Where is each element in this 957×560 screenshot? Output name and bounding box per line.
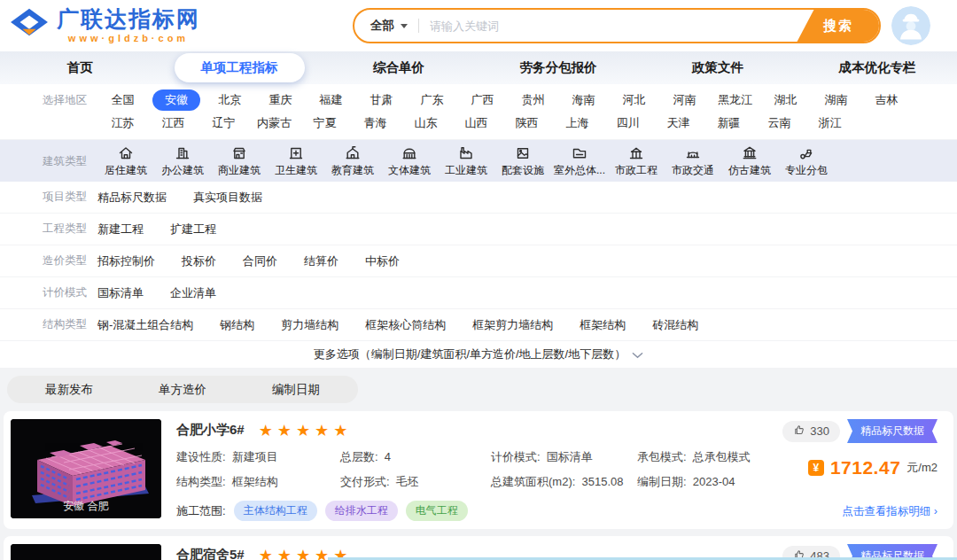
filter-option[interactable]: 真实项目数据 (193, 190, 262, 206)
region-item[interactable]: 山西 (451, 115, 502, 131)
filter-option[interactable]: 剪力墙结构 (281, 317, 338, 333)
building-type-item[interactable]: 卫生建筑 (268, 144, 324, 178)
result-title[interactable]: 合肥小学6# (176, 422, 245, 439)
region-item[interactable]: 黑龙江 (710, 92, 760, 108)
filter-option[interactable]: 招标控制价 (97, 253, 155, 269)
filter-option[interactable]: 企业清单 (170, 285, 216, 301)
user-avatar[interactable] (891, 6, 930, 45)
region-item[interactable]: 北京 (205, 92, 255, 108)
nav-tab[interactable]: 综合单价 (319, 59, 478, 76)
region-item[interactable]: 上海 (552, 115, 603, 131)
building-type-label: 室外总体... (551, 163, 608, 178)
more-options-toggle[interactable]: 更多选项（编制日期/建筑面积/单方造价/地上层数/地下层数） (0, 341, 957, 368)
nav-tab[interactable]: 单项工程指标 (160, 53, 319, 82)
filter-option[interactable]: 扩建工程 (170, 222, 216, 237)
site-logo[interactable]: 广联达指标网 www·gldzb·com (9, 6, 353, 45)
region-item[interactable]: 江西 (148, 115, 198, 131)
region-item[interactable]: 湖南 (811, 92, 861, 108)
nav-tab[interactable]: 首页 (0, 59, 160, 76)
building-type-item[interactable]: 办公建筑 (154, 144, 211, 178)
filter-option[interactable]: 中标价 (365, 253, 400, 269)
region-item[interactable]: 甘肃 (356, 92, 407, 108)
result-card: 安徽 合肥合肥小学6#★★★★★建设性质: 新建项目总层数: 4计价模式: 国标… (4, 411, 953, 529)
view-detail-link[interactable]: 点击查看指标明细 › (842, 504, 938, 521)
region-item[interactable]: 广西 (457, 92, 508, 108)
region-item[interactable]: 全国 (97, 92, 148, 108)
filter-option[interactable]: 新建工程 (97, 222, 144, 237)
field-label: 计价模式: (491, 450, 547, 463)
yuan-icon: ¥ (808, 460, 824, 476)
nav-tab[interactable]: 劳务分包报价 (478, 59, 638, 76)
filter-option[interactable]: 投标价 (182, 253, 216, 269)
filter-option[interactable]: 精品标尺数据 (97, 190, 167, 206)
filter-option[interactable]: 钢结构 (220, 317, 254, 333)
region-item[interactable]: 宁夏 (300, 115, 350, 131)
region-item[interactable]: 陕西 (502, 115, 552, 131)
region-item[interactable]: 江苏 (97, 115, 148, 131)
filter-option[interactable]: 框架剪力墙结构 (472, 317, 553, 333)
building-type-label: 市政交通 (665, 163, 721, 178)
filter-option[interactable]: 框架核心筒结构 (365, 317, 446, 333)
filter-option[interactable]: 框架结构 (580, 317, 626, 333)
region-item[interactable]: 辽宁 (198, 115, 249, 131)
region-item[interactable]: 云南 (754, 115, 805, 131)
region-item[interactable]: 贵州 (508, 92, 558, 108)
unit-price: 1712.47 (830, 457, 900, 478)
nav-tab-label: 单项工程指标 (175, 53, 305, 82)
building-type-options: 居住建筑办公建筑商业建筑卫生建筑教育建筑文体建筑工业建筑配套设施室外总体...市… (97, 144, 835, 178)
region-item[interactable]: 吉林 (861, 92, 912, 108)
building-type-label: 办公建筑 (154, 163, 211, 178)
school-icon (324, 144, 381, 162)
filter-panel: 选择地区 全国安徽北京重庆福建甘肃广东广西贵州海南河北河南黑龙江湖北湖南吉林江苏… (0, 84, 957, 368)
nav-tab[interactable]: 成本优化专栏 (798, 59, 957, 76)
filter-option[interactable]: 钢-混凝土组合结构 (97, 317, 193, 333)
region-item[interactable]: 天津 (653, 115, 704, 131)
building-type-item[interactable]: 市政工程 (608, 144, 665, 178)
result-thumbnail[interactable] (11, 544, 161, 560)
sort-tab[interactable]: 单方造价 (126, 382, 239, 398)
region-item[interactable]: 海南 (558, 92, 609, 108)
building-type-item[interactable]: 配套设施 (494, 144, 551, 178)
result-title[interactable]: 合肥宿舍5# (176, 547, 245, 560)
field-value: 3515.08 (582, 475, 624, 488)
building-type-item[interactable]: 仿古建筑 (721, 144, 778, 178)
region-item[interactable]: 山东 (401, 115, 451, 131)
building-type-item[interactable]: 教育建筑 (324, 144, 381, 178)
nav-tab-label: 劳务分包报价 (520, 60, 597, 74)
region-item[interactable]: 浙江 (805, 115, 855, 131)
sort-tab[interactable]: 编制日期 (239, 382, 353, 398)
region-item[interactable]: 福建 (306, 92, 356, 108)
region-item[interactable]: 内蒙古 (249, 115, 300, 131)
region-item[interactable]: 安徽 (152, 89, 200, 111)
building-type-item[interactable]: 专业分包 (778, 144, 835, 178)
search-category-dropdown[interactable]: 全部 (354, 18, 418, 34)
building-type-item[interactable]: 文体建筑 (381, 144, 438, 178)
region-item[interactable]: 四川 (603, 115, 653, 131)
region-item[interactable]: 青海 (350, 115, 401, 131)
filter-option[interactable]: 合同价 (243, 253, 277, 269)
building-type-item[interactable]: 居住建筑 (97, 144, 154, 178)
stadium-icon (381, 144, 438, 162)
filter-option[interactable]: 结算价 (304, 253, 338, 269)
building-type-item[interactable]: 工业建筑 (438, 144, 494, 178)
search-button[interactable]: 搜索 (797, 9, 880, 43)
result-thumbnail[interactable]: 安徽 合肥 (11, 419, 161, 518)
sort-tab[interactable]: 最新发布 (12, 382, 126, 398)
region-item[interactable]: 重庆 (255, 92, 306, 108)
filter-row: 工程类型新建工程扩建工程 (0, 214, 957, 245)
filter-row-label: 结构类型 (43, 317, 97, 332)
like-button[interactable]: 330 (782, 421, 840, 442)
building-type-item[interactable]: 室外总体... (551, 144, 608, 178)
region-item[interactable]: 河北 (609, 92, 659, 108)
region-item[interactable]: 广东 (407, 92, 457, 108)
filter-option[interactable]: 砖混结构 (652, 317, 698, 333)
building-type-item[interactable]: 市政交通 (665, 144, 721, 178)
nav-tab[interactable]: 政策文件 (638, 59, 798, 76)
region-item[interactable]: 湖北 (760, 92, 811, 108)
region-item[interactable]: 新疆 (704, 115, 754, 131)
building-type-label: 市政工程 (608, 163, 665, 178)
building-type-item[interactable]: 商业建筑 (211, 144, 268, 178)
region-item[interactable]: 河南 (659, 92, 710, 108)
filter-option[interactable]: 国标清单 (97, 285, 144, 301)
result-field: 交付形式: 毛坯 (340, 474, 491, 490)
